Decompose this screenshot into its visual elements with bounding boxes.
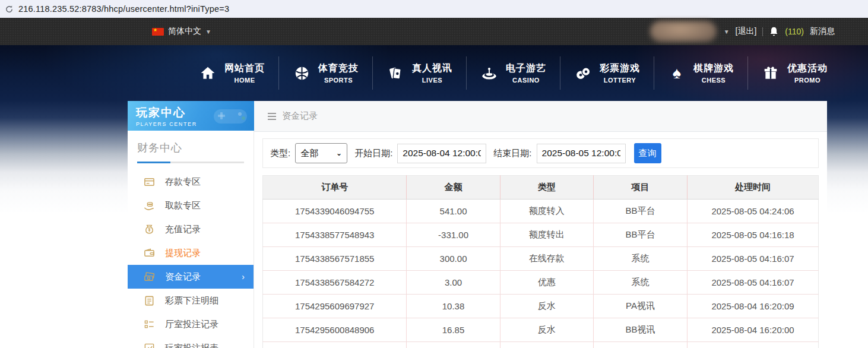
search-button[interactable]: 查询 [634,143,661,163]
table-cell: 16.85 [407,318,500,342]
divider [762,27,763,36]
sidebar-item-deposit-zone[interactable]: 存款专区 [128,170,254,194]
table-row: 175429560969792710.38反水PA视讯2025-08-04 16… [263,295,819,318]
table-cell: 10.38 [407,295,500,318]
bell-icon[interactable] [769,26,779,37]
nav-sublabel: PROMO [787,77,828,84]
nav-label: 棋牌游戏 [693,62,734,75]
withdraw-hand-icon [144,200,155,211]
sidebar-item-withdraw-zone[interactable]: 取款专区 [128,194,254,217]
nav-sublabel: SPORTS [318,77,359,84]
table-row: 1754339046094755541.00额度转入BB平台2025-08-05… [263,200,819,223]
table-row: 1754338577548943-331.00额度转出BB平台2025-08-0… [263,223,819,247]
table-cell: BB平台 [593,200,687,223]
table-cell: 反水 [500,295,593,318]
table-cell: PA视讯 [593,295,687,318]
nav-item-casino[interactable]: 电子游艺CASINO [466,56,560,90]
table-cell: 反水 [500,318,593,342]
sidebar-item-withdraw-record[interactable]: 提现记录 [128,241,254,265]
gift-icon [762,64,780,82]
table-cell: 1754338567584272 [263,271,407,295]
nav-label: 体育竞技 [318,62,359,75]
nav-label: 真人视讯 [412,62,452,75]
nav-item-home[interactable]: 网站首页HOME [185,56,278,90]
sidebar-item-funds-record[interactable]: 资金记录 › [128,265,254,289]
sidebar: 玩家中心 PLAYERS CENTER 财务中心 [128,101,254,348]
table-cell [688,342,819,348]
document-icon [144,295,155,306]
table-cell: 2025-08-04 16:20:09 [688,295,819,318]
lottery-balls-icon [574,64,592,82]
table-cell: 3.00 [407,271,500,295]
chevron-down-icon: ▼ [205,29,211,35]
message-label[interactable]: 新消息 [810,26,835,37]
sidebar-header: 玩家中心 PLAYERS CENTER [128,101,254,131]
table-cell: 优惠 [500,271,593,295]
table-cell: 1754338577548943 [263,223,407,247]
sports-ball-icon [293,64,311,82]
chevron-right-icon: › [242,272,245,281]
table-row: 175429560084890616.85反水BB视讯2025-08-04 16… [263,318,819,342]
sidebar-item-recharge-record[interactable]: 充值记录 [128,217,254,241]
table-cell: 2025-08-05 04:16:18 [688,223,819,247]
table-cell: BB平台 [593,223,687,247]
sidebar-menu: 存款专区 取款专区 充值记录 提现记录 [128,170,254,348]
nav-sublabel: HOME [224,77,265,84]
nav-item-chess[interactable]: ♠ 棋牌游戏CHESS [654,56,747,90]
money-bag-icon [144,224,155,235]
table-cell: 2025-08-04 16:20:00 [688,318,819,342]
chevron-down-icon[interactable]: ▼ [724,29,730,35]
spade-icon: ♠ [668,64,686,82]
nav-item-lives[interactable]: 真人视讯LIVES [372,56,466,90]
table-cell: 1754338567571855 [263,247,407,271]
filter-bar: 类型: 全部 ⌄ 开始日期: 结束日期: 查询 [262,138,819,168]
url-text[interactable]: 216.118.235.52:8783/hhcp/usercenter.html… [18,4,229,14]
nav-item-sports[interactable]: 体育竞技SPORTS [278,56,372,90]
page-title: 资金记录 [282,110,318,122]
roulette-icon [480,64,498,82]
nav-sublabel: CASINO [506,77,546,84]
nav-item-promo[interactable]: 优惠活动PROMO [747,56,841,90]
end-date-input[interactable] [537,144,626,163]
table-cell [407,342,500,348]
sidebar-item-hall-bet-record[interactable]: 厅室投注记录 [128,312,254,336]
avatar[interactable] [650,21,717,42]
start-date-input[interactable] [397,144,486,163]
table-cell [263,342,407,348]
table-cell [593,342,687,348]
type-select-value: 全部 [300,148,318,159]
sidebar-item-label: 玩家投注报表 [165,343,218,348]
table-cell: 额度转入 [500,200,593,223]
nav-item-lottery[interactable]: 彩票游戏LOTTERY [560,56,654,90]
breadcrumb: 资金记录 [254,101,827,132]
nav-sublabel: LIVES [412,77,452,84]
browser-address-bar[interactable]: 216.118.235.52:8783/hhcp/usercenter.html… [0,0,868,18]
nav-label: 电子游艺 [506,62,546,75]
table-cell [500,342,593,348]
col-order-id: 订单号 [263,176,407,200]
logout-button[interactable]: [退出] [736,26,757,37]
sidebar-item-label: 取款专区 [165,200,201,211]
language-selector[interactable]: ★ 简体中文 ▼ [152,26,211,37]
table-cell: 系统 [593,247,687,271]
table-cell: 2025-08-05 04:24:06 [688,200,819,223]
table-row: 1754338567571855300.00在线存款系统2025-08-05 0… [263,247,819,271]
message-count[interactable]: (110) [785,27,804,36]
reload-icon[interactable] [5,5,14,14]
table-row-partial [263,342,819,348]
table-cell: 541.00 [407,200,500,223]
menu-lines-icon [268,113,276,120]
table-cell: 额度转出 [500,223,593,247]
table-cell: BB视讯 [593,318,687,342]
sidebar-item-lottery-bet-detail[interactable]: 彩票下注明细 [128,289,254,312]
sidebar-item-label: 厅室投注记录 [165,319,218,330]
type-select[interactable]: 全部 ⌄ [295,143,347,163]
col-project: 项目 [593,176,687,200]
language-label: 简体中文 [168,26,201,37]
table-cell: 1754339046094755 [263,200,407,223]
china-flag-icon: ★ [152,28,164,36]
table-cell: -331.00 [407,223,500,247]
sidebar-item-player-bet-report[interactable]: 玩家投注报表 [128,336,254,348]
table-row: 17543385675842723.00优惠系统2025-08-05 04:16… [263,271,819,295]
sidebar-item-label: 资金记录 [165,271,201,283]
